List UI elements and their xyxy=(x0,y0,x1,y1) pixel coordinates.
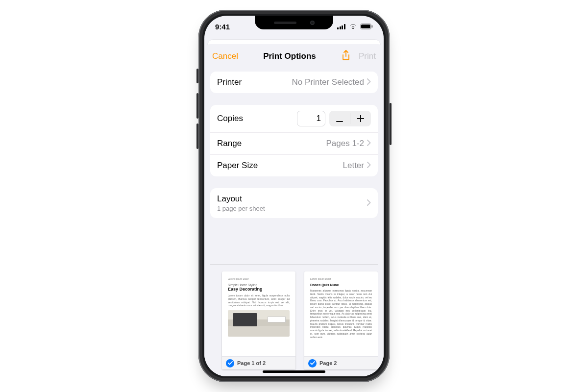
copies-row: Copies 1 xyxy=(210,105,378,132)
chevron-right-icon xyxy=(367,139,371,148)
svg-rect-1 xyxy=(361,24,370,28)
print-options-sheet: Cancel Print Options Print xyxy=(204,44,384,376)
page-header: Lorem Ipsum Dolor xyxy=(228,277,290,280)
page-title: Easy Decorating xyxy=(228,287,290,292)
status-time: 9:41 xyxy=(215,23,230,31)
printer-label: Printer xyxy=(217,77,242,87)
page-subtitle: Simple Home Styling xyxy=(228,283,290,287)
page-caption-bar: Page 1 of 2 xyxy=(222,356,295,369)
copies-field[interactable]: 1 xyxy=(297,111,325,126)
settings-group: Copies 1 xyxy=(210,105,378,176)
page-body-text: Lorem ipsum dolor sit amet, ligula suspe… xyxy=(228,294,290,307)
page-body-text: Maecenas aliquam maecenas ligula nostra,… xyxy=(310,289,372,339)
paper-size-row[interactable]: Paper Size Letter xyxy=(210,154,378,176)
chevron-right-icon xyxy=(367,199,371,208)
preview-page-2[interactable]: Lorem Ipsum Dolor Donec Quis Nunc Maecen… xyxy=(304,271,378,369)
iphone-frame: 9:41 xyxy=(198,10,390,382)
layout-group: Layout 1 page per sheet xyxy=(210,188,378,218)
copies-stepper xyxy=(329,111,371,126)
notch xyxy=(255,16,333,29)
front-camera xyxy=(310,21,315,25)
page-selected-check[interactable] xyxy=(226,359,234,368)
range-label: Range xyxy=(217,139,242,148)
copies-increment-button[interactable] xyxy=(350,111,371,126)
page-header: Lorem Ipsum Dolor xyxy=(310,277,372,280)
layout-row[interactable]: Layout 1 page per sheet xyxy=(210,188,378,218)
plus-icon xyxy=(357,113,364,124)
ringer-switch xyxy=(196,69,198,83)
page-title: Donec Quis Nunc xyxy=(310,283,372,287)
svg-rect-2 xyxy=(372,25,373,28)
sheet-title: Print Options xyxy=(263,51,316,61)
page-preview-strip[interactable]: Lorem Ipsum Dolor Simple Home Styling Ea… xyxy=(210,264,378,376)
paper-size-value: Letter xyxy=(343,161,364,171)
copies-decrement-button[interactable] xyxy=(329,111,350,126)
cancel-button[interactable]: Cancel xyxy=(212,51,238,61)
page-caption-bar: Page 2 xyxy=(304,356,378,369)
page-image xyxy=(228,310,290,337)
speaker-grill xyxy=(274,22,296,24)
volume-down-button xyxy=(196,123,198,149)
page-caption: Page 1 of 2 xyxy=(237,360,266,366)
printer-group: Printer No Printer Selected xyxy=(210,72,378,93)
paper-size-label: Paper Size xyxy=(217,161,258,171)
checkmark-icon xyxy=(310,361,315,365)
screen: 9:41 xyxy=(204,16,384,376)
share-button[interactable] xyxy=(341,50,351,63)
checkmark-icon xyxy=(228,361,233,365)
copies-label: Copies xyxy=(217,114,243,123)
printer-row[interactable]: Printer No Printer Selected xyxy=(210,72,378,93)
svg-rect-3 xyxy=(336,121,343,122)
layout-detail: 1 page per sheet xyxy=(217,205,265,212)
side-button xyxy=(390,103,392,145)
battery-icon xyxy=(360,24,373,29)
printer-value: No Printer Selected xyxy=(292,77,364,87)
layout-label: Layout xyxy=(217,194,265,204)
page-caption: Page 2 xyxy=(319,360,337,366)
sheet-nav-bar: Cancel Print Options Print xyxy=(204,44,384,69)
chevron-right-icon xyxy=(367,161,371,171)
page-selected-check[interactable] xyxy=(308,359,317,368)
range-row[interactable]: Range Pages 1-2 xyxy=(210,132,378,154)
share-icon xyxy=(341,50,351,63)
wifi-icon xyxy=(349,24,357,29)
print-button[interactable]: Print xyxy=(359,51,376,61)
range-value: Pages 1-2 xyxy=(326,139,365,148)
home-indicator[interactable] xyxy=(263,370,325,373)
volume-up-button xyxy=(196,93,198,119)
preview-page-1[interactable]: Lorem Ipsum Dolor Simple Home Styling Ea… xyxy=(222,271,295,369)
chevron-right-icon xyxy=(367,77,371,87)
minus-icon xyxy=(336,113,343,124)
cellular-signal-icon xyxy=(337,24,346,29)
status-bar: 9:41 xyxy=(204,16,384,37)
